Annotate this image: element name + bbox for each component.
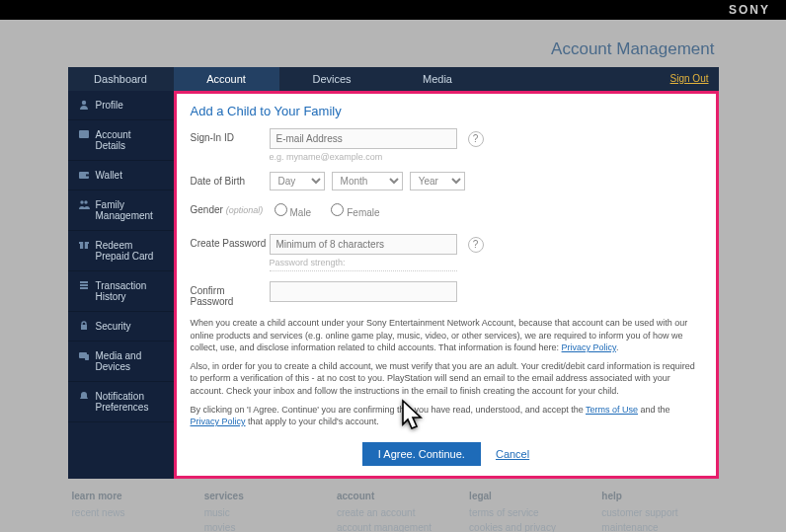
history-icon xyxy=(78,279,90,291)
gift-icon xyxy=(78,239,90,251)
bell-icon xyxy=(78,390,90,402)
footer-link[interactable]: terms of service xyxy=(469,505,582,520)
person-icon xyxy=(78,99,90,111)
tab-account[interactable]: Account xyxy=(174,67,279,91)
female-label: Female xyxy=(347,207,379,218)
footer-link[interactable]: create an account xyxy=(337,505,449,520)
dob-day-select[interactable]: Day xyxy=(270,172,325,190)
svg-rect-12 xyxy=(81,325,87,330)
email-hint: e.g. myname@example.com xyxy=(270,152,702,162)
tab-dashboard[interactable]: Dashboard xyxy=(68,67,174,91)
sidebar-item-wallet[interactable]: Wallet xyxy=(68,161,174,190)
svg-rect-9 xyxy=(80,281,88,283)
gender-male-radio[interactable] xyxy=(275,203,287,216)
tab-devices[interactable]: Devices xyxy=(279,67,385,91)
sidebar-item-label: Profile xyxy=(96,100,123,111)
sidebar-item-account-details[interactable]: Account Details xyxy=(68,120,174,161)
sidebar-item-media-devices[interactable]: Media and Devices xyxy=(68,342,174,382)
label-confirm-password: Confirm Password xyxy=(191,281,270,307)
footer-heading: services xyxy=(204,491,317,501)
cancel-link[interactable]: Cancel xyxy=(496,448,529,460)
page-title: Account Management xyxy=(72,39,715,59)
svg-rect-14 xyxy=(85,354,89,360)
terms-of-use-link[interactable]: Terms of Use xyxy=(586,405,638,415)
help-icon[interactable]: ? xyxy=(468,237,484,253)
card-title: Add a Child to Your Family xyxy=(191,104,702,118)
id-card-icon xyxy=(78,128,90,140)
svg-point-5 xyxy=(84,200,87,203)
sidebar-item-redeem-prepaid[interactable]: Redeem Prepaid Card xyxy=(68,231,174,271)
privacy-policy-link-2[interactable]: Privacy Policy xyxy=(191,417,246,426)
brand-bar: SONY xyxy=(0,0,786,20)
footer-link[interactable]: movies xyxy=(204,520,317,532)
lock-icon xyxy=(78,320,90,332)
sidebar-item-notification-prefs[interactable]: Notification Preferences xyxy=(68,382,174,422)
male-label: Male xyxy=(290,207,312,218)
sidebar-item-transaction-history[interactable]: Transaction History xyxy=(68,271,174,312)
sidebar-item-label: Redeem Prepaid Card xyxy=(96,240,154,262)
svg-rect-1 xyxy=(79,130,89,138)
footer-link[interactable]: maintenance xyxy=(601,520,714,532)
footer-heading: help xyxy=(601,491,714,501)
footer-link[interactable]: account management xyxy=(337,520,449,532)
agree-continue-button[interactable]: I Agree. Continue. xyxy=(362,442,481,466)
label-create-password: Create Password xyxy=(191,234,270,249)
sidebar-item-label: Notification Preferences xyxy=(96,391,149,413)
sidebar-item-label: Family Management xyxy=(96,199,153,221)
sidebar-item-label: Account Details xyxy=(96,129,131,151)
sidebar-item-label: Media and Devices xyxy=(96,350,142,372)
footer-link[interactable]: cookies and privacy policy xyxy=(469,520,582,532)
legal-text-2: Also, in order for you to create a child… xyxy=(191,360,702,398)
svg-point-4 xyxy=(80,200,83,203)
label-dob: Date of Birth xyxy=(191,172,270,187)
confirm-password-field[interactable] xyxy=(270,281,457,302)
gender-female-radio[interactable] xyxy=(331,203,344,216)
help-icon[interactable]: ? xyxy=(468,131,484,147)
sidebar-item-family-management[interactable]: Family Management xyxy=(68,190,174,231)
dob-year-select[interactable]: Year xyxy=(410,172,465,190)
sidebar-item-label: Wallet xyxy=(96,170,122,181)
footer-heading: legal xyxy=(469,491,582,501)
svg-rect-10 xyxy=(80,284,88,286)
sidebar-item-label: Security xyxy=(96,321,131,332)
footer-heading: account xyxy=(337,491,449,501)
footer-link[interactable]: music xyxy=(204,505,317,520)
add-child-card: Add a Child to Your Family Sign-In ID ? … xyxy=(174,91,719,479)
account-sidebar: Profile Account Details Wallet Family Ma… xyxy=(68,91,174,479)
privacy-policy-link[interactable]: Privacy Policy xyxy=(562,342,616,352)
svg-point-0 xyxy=(81,101,85,105)
legal-text-1: When you create a child account under yo… xyxy=(191,317,702,354)
svg-rect-3 xyxy=(86,175,89,177)
email-field[interactable] xyxy=(270,128,457,149)
footer-link[interactable]: recent news xyxy=(72,505,185,520)
password-field[interactable] xyxy=(270,234,457,255)
legal-text-3: By clicking on 'I Agree. Continue' you a… xyxy=(191,404,702,428)
password-strength: Password strength: xyxy=(270,258,702,267)
tab-media[interactable]: Media xyxy=(385,67,491,91)
sidebar-item-security[interactable]: Security xyxy=(68,312,174,342)
family-icon xyxy=(78,198,90,210)
label-signin-id: Sign-In ID xyxy=(191,128,270,143)
svg-rect-11 xyxy=(80,287,88,289)
wallet-icon xyxy=(78,169,90,181)
devices-icon xyxy=(78,349,90,361)
label-gender: Gender (optional) xyxy=(191,200,270,215)
main-tabs: Dashboard Account Devices Media Sign Out xyxy=(68,67,719,91)
page-footer: learn morerecent news servicesmusicmovie… xyxy=(68,479,719,532)
footer-heading: learn more xyxy=(72,491,185,501)
sidebar-item-label: Transaction History xyxy=(96,280,147,302)
dob-month-select[interactable]: Month xyxy=(332,172,403,190)
svg-rect-8 xyxy=(83,242,85,249)
sign-out-link[interactable]: Sign Out xyxy=(670,67,719,91)
sidebar-item-profile[interactable]: Profile xyxy=(68,91,174,120)
footer-link[interactable]: customer support xyxy=(601,505,714,520)
